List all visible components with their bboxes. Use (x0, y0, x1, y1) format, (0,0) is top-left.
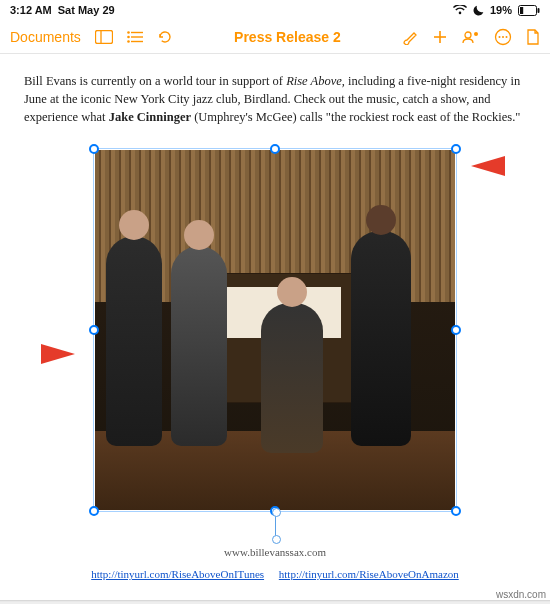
svg-point-16 (499, 36, 501, 38)
link-amazon[interactable]: http://tinyurl.com/RiseAboveOnAmazon (279, 568, 459, 580)
document-title[interactable]: Press Release 2 (187, 29, 388, 45)
undo-icon[interactable] (157, 29, 173, 45)
link-itunes[interactable]: http://tinyurl.com/RiseAboveOnITunes (91, 568, 264, 580)
links-row: http://tinyurl.com/RiseAboveOnITunes htt… (24, 568, 526, 580)
resize-handle-top-right[interactable] (451, 144, 461, 154)
watermark: wsxdn.com (496, 589, 546, 600)
svg-point-9 (127, 40, 130, 43)
status-right: 19% (453, 4, 540, 16)
body-paragraph[interactable]: Bill Evans is currently on a world tour … (24, 72, 526, 126)
battery-percent: 19% (490, 4, 512, 16)
body-text-1: Bill Evans is currently on a world tour … (24, 74, 286, 88)
body-text-bold: Jake Cinninger (109, 110, 191, 124)
app-toolbar: Documents Press Release 2 (0, 20, 550, 54)
add-icon[interactable] (432, 29, 448, 45)
sidebar-toggle-icon[interactable] (95, 30, 113, 44)
body-text-3: (Umphrey's McGee) calls "the rockiest ro… (191, 110, 520, 124)
status-bar: 3:12 AM Sat May 29 19% (0, 0, 550, 20)
svg-rect-2 (538, 8, 540, 13)
selected-image[interactable] (95, 150, 455, 510)
wifi-icon (453, 5, 467, 15)
status-left: 3:12 AM Sat May 29 (10, 4, 115, 16)
image-caption[interactable]: www.billevanssax.com (24, 546, 526, 558)
status-date: Sat May 29 (58, 4, 115, 16)
svg-point-7 (127, 35, 130, 38)
annotation-arrow-left (41, 344, 75, 364)
collaborate-icon[interactable] (462, 30, 480, 44)
svg-point-13 (465, 32, 471, 38)
svg-rect-3 (95, 30, 112, 43)
svg-rect-1 (520, 7, 523, 14)
resize-handle-bottom-left[interactable] (89, 506, 99, 516)
document-canvas[interactable]: Bill Evans is currently on a world tour … (0, 54, 550, 604)
svg-rect-10 (131, 40, 143, 41)
body-text-italic: Rise Above (286, 74, 342, 88)
svg-point-18 (506, 36, 508, 38)
svg-point-14 (474, 32, 478, 36)
documents-back-button[interactable]: Documents (10, 29, 81, 45)
do-not-disturb-icon (473, 5, 484, 16)
resize-handle-right[interactable] (451, 325, 461, 335)
new-doc-icon[interactable] (526, 29, 540, 45)
caption-connector[interactable] (275, 512, 276, 540)
status-time: 3:12 AM (10, 4, 52, 16)
document-page: Bill Evans is currently on a world tour … (0, 54, 550, 601)
svg-rect-8 (131, 36, 143, 37)
list-icon[interactable] (127, 31, 143, 43)
paintbrush-icon[interactable] (402, 29, 418, 45)
svg-point-5 (127, 31, 130, 34)
resize-handle-bottom-right[interactable] (451, 506, 461, 516)
more-icon[interactable] (494, 28, 512, 46)
svg-point-17 (502, 36, 504, 38)
battery-icon (518, 5, 540, 16)
image-content (95, 150, 455, 510)
annotation-arrow-top-right (471, 156, 505, 176)
svg-rect-6 (131, 31, 143, 32)
